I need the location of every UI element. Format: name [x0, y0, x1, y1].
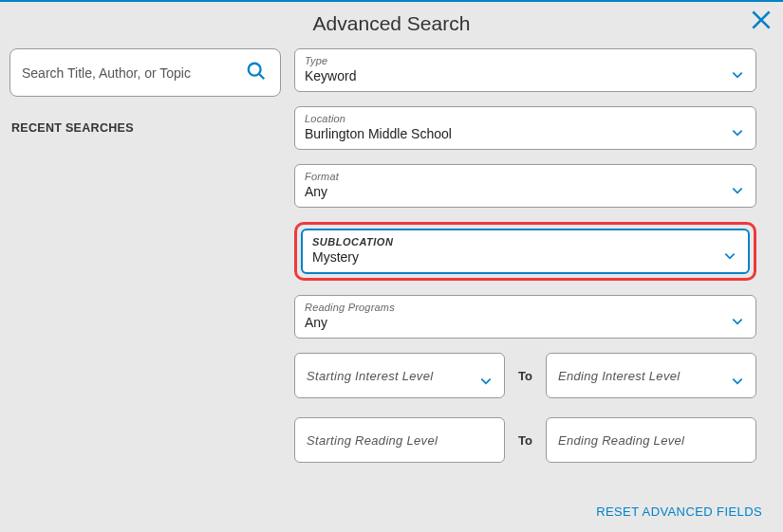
sublocation-value: Mystery [312, 249, 736, 265]
close-icon [749, 19, 774, 35]
svg-point-2 [249, 63, 261, 75]
sublocation-highlight: SUBLOCATION Mystery [294, 222, 756, 281]
reading-programs-label: Reading Programs [305, 302, 744, 313]
ending-reading-level-placeholder: Ending Reading Level [558, 433, 684, 448]
starting-interest-level-placeholder: Starting Interest Level [307, 369, 433, 383]
starting-reading-level-placeholder: Starting Reading Level [307, 433, 438, 448]
reading-programs-value: Any [305, 315, 744, 330]
chevron-down-icon [731, 126, 744, 139]
svg-line-3 [259, 73, 265, 79]
location-select[interactable]: Location Burlington Middle School [294, 106, 756, 150]
search-icon [246, 61, 267, 85]
location-label: Location [305, 113, 744, 124]
close-button[interactable] [749, 8, 774, 32]
sublocation-label: SUBLOCATION [312, 236, 736, 248]
interest-to-label: To [518, 369, 532, 383]
chevron-down-icon [731, 184, 744, 197]
chevron-down-icon [731, 315, 744, 328]
format-label: Format [305, 171, 744, 182]
location-value: Burlington Middle School [305, 126, 744, 141]
type-select[interactable]: Type Keyword [294, 48, 756, 92]
starting-interest-level-select[interactable]: Starting Interest Level [294, 353, 505, 398]
sublocation-select[interactable]: SUBLOCATION Mystery [301, 229, 750, 274]
chevron-down-icon [723, 249, 736, 263]
ending-reading-level-select[interactable]: Ending Reading Level [546, 417, 756, 463]
type-label: Type [305, 55, 744, 66]
ending-interest-level-placeholder: Ending Interest Level [558, 369, 680, 383]
reading-to-label: To [518, 433, 532, 448]
starting-reading-level-select[interactable]: Starting Reading Level [294, 417, 505, 463]
reset-advanced-fields-link[interactable]: RESET ADVANCED FIELDS [596, 504, 762, 519]
chevron-down-icon [479, 375, 493, 388]
ending-interest-level-select[interactable]: Ending Interest Level [546, 353, 756, 398]
chevron-down-icon [731, 375, 744, 388]
chevron-down-icon [731, 68, 744, 82]
type-value: Keyword [305, 68, 744, 83]
page-title: Advanced Search [0, 2, 783, 35]
reading-programs-select[interactable]: Reading Programs Any [294, 295, 756, 339]
search-input[interactable] [22, 65, 246, 81]
format-value: Any [305, 184, 744, 199]
search-box[interactable] [9, 48, 281, 97]
recent-searches-label: RECENT SEARCHES [11, 121, 281, 135]
format-select[interactable]: Format Any [294, 164, 756, 208]
